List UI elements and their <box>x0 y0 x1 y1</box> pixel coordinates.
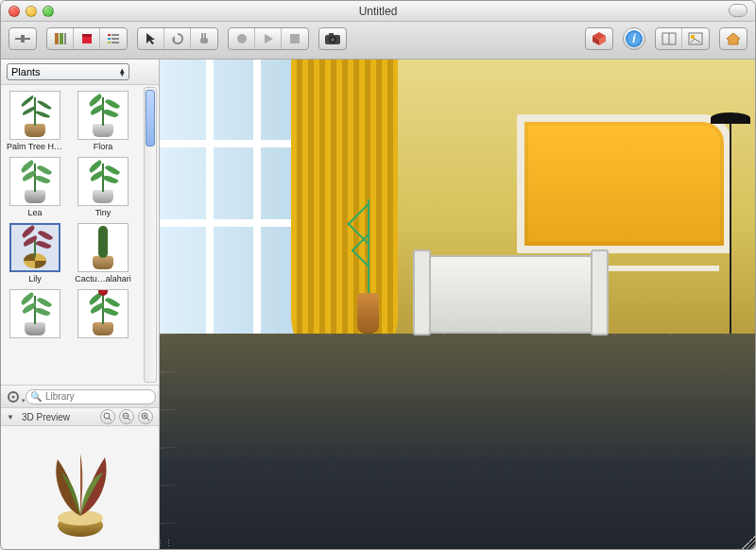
pointer-tool-icon <box>145 32 158 45</box>
library-thumbnail <box>77 157 129 206</box>
library-item[interactable]: Palm Tree High <box>7 91 63 151</box>
home-button[interactable] <box>719 27 747 50</box>
zoom-in-icon <box>141 412 150 421</box>
preview-3d[interactable] <box>1 426 159 549</box>
svg-rect-11 <box>112 38 119 40</box>
app-body: Plants ▴▾ Palm Tree HighFloraLeaTinyLily… <box>1 60 755 549</box>
rotate-tool-button[interactable] <box>164 28 191 49</box>
plant-icon <box>11 225 59 270</box>
zoom-out-icon <box>122 412 131 421</box>
library-item[interactable]: Lily <box>7 223 63 284</box>
svg-marker-19 <box>265 34 273 43</box>
library-item[interactable] <box>7 289 63 340</box>
library-item[interactable]: Tiny <box>75 157 131 217</box>
category-select[interactable]: Plants ▴▾ <box>7 63 129 80</box>
scene-sofa <box>421 255 600 334</box>
zoom-reset-button[interactable] <box>100 409 115 424</box>
svg-rect-7 <box>82 34 92 37</box>
preview-zoom-controls <box>100 409 153 424</box>
library-red-button[interactable] <box>74 28 100 49</box>
library-thumbnail <box>77 91 129 140</box>
stop-button[interactable] <box>282 28 308 49</box>
library-item[interactable]: Flora <box>75 91 131 151</box>
preview-title: 3D Preview <box>22 412 70 422</box>
svg-rect-0 <box>15 38 21 40</box>
preview-header: ▼ 3D Preview <box>1 407 159 426</box>
disclosure-triangle-icon[interactable]: ▼ <box>7 413 14 421</box>
minimize-window-button[interactable] <box>26 6 37 17</box>
library-books-button[interactable] <box>47 28 74 49</box>
resize-handle[interactable] <box>742 536 755 549</box>
app-window: Untitled i <box>0 0 756 550</box>
library-item[interactable]: Cactu…alahari <box>75 223 131 284</box>
library-footer: 🔍 <box>1 385 159 407</box>
scene-window <box>160 60 309 334</box>
sidebar-toggle-button[interactable] <box>9 27 37 50</box>
svg-line-41 <box>128 418 130 421</box>
window-title: Untitled <box>1 5 755 18</box>
play-button[interactable] <box>255 28 282 49</box>
window-controls <box>9 6 54 17</box>
chevron-updown-icon: ▴▾ <box>120 68 125 76</box>
library-sidebar: Plants ▴▾ Palm Tree HighFloraLeaTinyLily… <box>1 60 160 549</box>
svg-rect-33 <box>691 35 695 39</box>
zoom-window-button[interactable] <box>43 6 54 17</box>
library-thumbnail <box>9 289 60 338</box>
library-item-label: Cactu…alahari <box>75 274 131 284</box>
library-item[interactable] <box>75 289 131 340</box>
gear-menu-button[interactable] <box>7 389 20 404</box>
close-window-button[interactable] <box>9 6 20 17</box>
library-scroll-thumb[interactable] <box>146 90 155 146</box>
library-thumbnail <box>9 91 60 140</box>
library-thumbnail <box>77 289 129 338</box>
library-thumbnail <box>9 157 60 206</box>
tool-group <box>137 27 218 50</box>
svg-rect-9 <box>112 34 119 36</box>
library-thumbnail <box>9 223 60 272</box>
scene-lamp <box>730 118 731 334</box>
library-search[interactable]: 🔍 <box>26 389 156 404</box>
view-split-button[interactable] <box>656 28 682 49</box>
library-red-icon <box>79 31 94 46</box>
category-select-value: Plants <box>11 66 41 77</box>
plant-icon <box>78 290 128 337</box>
library-item-label: Flora <box>75 142 131 151</box>
3d-viewport[interactable]: ⋮⋮ <box>160 60 755 549</box>
record-icon <box>237 34 247 43</box>
play-icon <box>263 33 274 44</box>
preview-plant-icon <box>24 431 137 544</box>
toolbar-pill-button[interactable] <box>729 4 747 17</box>
pointer-tool-button[interactable] <box>138 28 164 49</box>
svg-rect-23 <box>329 33 334 36</box>
pan-tool-button[interactable] <box>191 28 217 49</box>
titlebar: Untitled <box>1 1 755 22</box>
library-thumbnail <box>77 223 129 272</box>
svg-rect-10 <box>108 38 111 40</box>
view-picture-button[interactable] <box>682 28 709 49</box>
svg-line-38 <box>109 418 112 421</box>
search-input[interactable] <box>45 391 151 402</box>
info-button[interactable]: i <box>623 27 645 50</box>
scene-plant <box>351 197 387 334</box>
package-button[interactable] <box>585 27 613 50</box>
svg-rect-18 <box>200 38 208 43</box>
svg-rect-13 <box>112 42 119 43</box>
zoom-out-button[interactable] <box>119 409 134 424</box>
plant-icon <box>78 158 128 205</box>
library-item[interactable]: Lea <box>7 157 63 217</box>
svg-rect-5 <box>64 33 66 44</box>
camera-button[interactable] <box>318 27 347 50</box>
svg-rect-8 <box>108 34 111 36</box>
library-item-label: Lea <box>7 208 63 217</box>
list-view-button[interactable] <box>100 28 127 49</box>
library-grid: Palm Tree HighFloraLeaTinyLilyCactu…alah… <box>1 85 159 385</box>
zoom-in-button[interactable] <box>138 409 153 424</box>
library-scrollbar[interactable] <box>144 87 157 383</box>
svg-line-45 <box>146 418 149 421</box>
splitter-handle[interactable]: ⋮⋮ <box>160 538 169 549</box>
library-mode-group <box>46 27 128 50</box>
plant-icon <box>10 290 60 337</box>
library-item-label: Lily <box>7 274 63 284</box>
record-button[interactable] <box>229 28 255 49</box>
plant-icon <box>78 224 128 271</box>
